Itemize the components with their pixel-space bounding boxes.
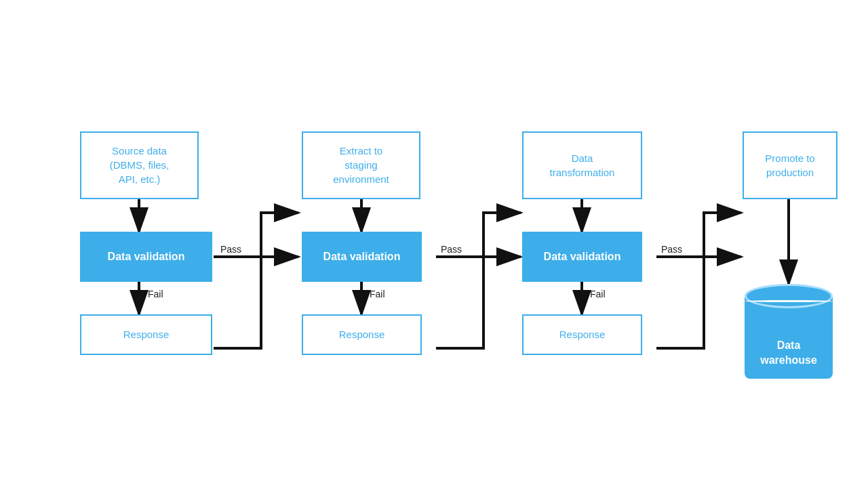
fail-label-1: Fail xyxy=(148,289,163,299)
response-3-label: Response xyxy=(559,329,606,340)
response-3-box: Response xyxy=(522,314,642,355)
warehouse-label: Data warehouse xyxy=(760,339,817,366)
pass-label-2: Pass xyxy=(441,244,462,255)
fail-label-3: Fail xyxy=(590,289,606,299)
data-transform-label: Data transformation xyxy=(550,151,615,180)
data-validation-1-label: Data validation xyxy=(108,251,185,263)
data-validation-3-box: Data validation xyxy=(522,232,642,282)
pass-label-3: Pass xyxy=(661,244,682,255)
data-validation-2-label: Data validation xyxy=(323,251,401,263)
pass-label-1: Pass xyxy=(220,244,241,255)
data-warehouse-cylinder: Data warehouse xyxy=(745,284,833,379)
response-1-label: Response xyxy=(123,329,170,340)
source-data-label: Source data (DBMS, files, API, etc.) xyxy=(110,144,170,186)
response-2-label: Response xyxy=(339,329,385,340)
promote-production-box: Promote to production xyxy=(743,131,837,199)
source-data-box: Source data (DBMS, files, API, etc.) xyxy=(80,131,199,199)
extract-staging-label: Extract to staging environment xyxy=(333,144,389,186)
data-transform-box: Data transformation xyxy=(522,131,642,199)
fail-label-2: Fail xyxy=(370,289,385,299)
diagram: Source data (DBMS, files, API, etc.) Dat… xyxy=(34,43,834,436)
promote-production-label: Promote to production xyxy=(765,151,814,180)
extract-staging-box: Extract to staging environment xyxy=(302,131,420,199)
response-2-box: Response xyxy=(302,314,422,355)
data-validation-3-label: Data validation xyxy=(544,251,621,263)
data-validation-1-box: Data validation xyxy=(80,232,212,282)
data-validation-2-box: Data validation xyxy=(302,232,422,282)
response-1-box: Response xyxy=(80,314,212,355)
